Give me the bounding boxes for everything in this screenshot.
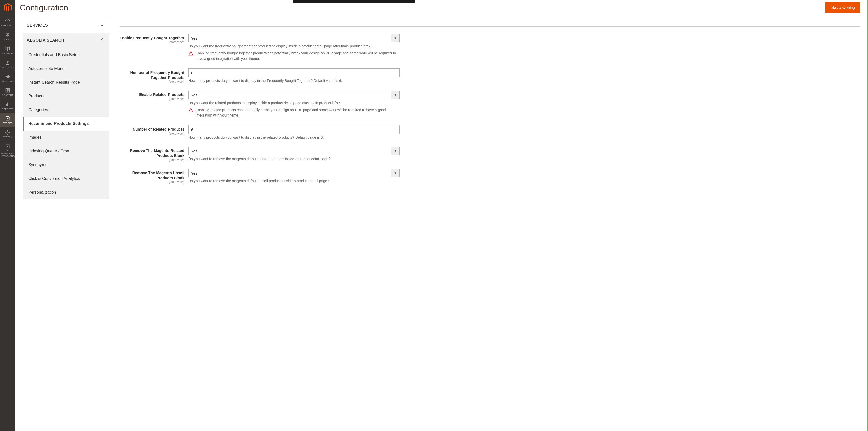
reports-icon bbox=[5, 101, 10, 107]
magento-logo[interactable] bbox=[0, 0, 15, 15]
help-enable-related: Do you want the related products to disp… bbox=[188, 101, 400, 105]
warning-triangle-icon bbox=[188, 108, 193, 113]
select-arrow-icon: ▼ bbox=[391, 146, 400, 155]
nav-sales[interactable]: $SALES bbox=[0, 29, 15, 43]
help-num-related: How many products do you want to display… bbox=[188, 135, 400, 139]
nav-stores[interactable]: STORES bbox=[0, 113, 15, 127]
sidebar-item-products[interactable]: Products bbox=[23, 89, 109, 103]
stores-icon bbox=[5, 115, 10, 121]
page-header: Configuration Save Config bbox=[15, 0, 868, 18]
nav-customers[interactable]: USTOMERS bbox=[0, 57, 15, 71]
chevron-down-icon bbox=[100, 23, 104, 28]
help-num-fbt: How many products do you want to display… bbox=[188, 78, 400, 83]
nav-catalog[interactable]: CATALOG bbox=[0, 43, 15, 57]
select-remove-related[interactable]: Yes bbox=[188, 146, 391, 155]
select-enable-fbt[interactable]: Yes bbox=[188, 34, 391, 42]
svg-point-1 bbox=[7, 61, 8, 62]
scope-enable-fbt: [store view] bbox=[120, 40, 184, 44]
section-services-label: SERVICES bbox=[27, 23, 48, 28]
sidebar-item-personalization[interactable]: Personalization bbox=[23, 186, 109, 199]
select-remove-upsell[interactable]: Yes bbox=[188, 169, 391, 177]
partners-icon bbox=[5, 143, 10, 149]
nav-label: SYSTEM bbox=[3, 136, 13, 139]
scope-enable-related: [store view] bbox=[120, 97, 184, 101]
video-overlay-strip bbox=[293, 0, 415, 3]
nav-reports[interactable]: REPORTS bbox=[0, 99, 15, 113]
catalog-icon bbox=[5, 46, 10, 52]
nav-label: CATALOG bbox=[2, 53, 13, 55]
page-title: Configuration bbox=[20, 3, 68, 12]
select-arrow-icon: ▼ bbox=[391, 91, 400, 99]
warning-enable-fbt: Enabling frequently bought together prod… bbox=[188, 51, 400, 61]
warning-enable-related: Enabling related products can potentiall… bbox=[188, 107, 400, 118]
select-arrow-icon: ▼ bbox=[391, 169, 400, 177]
nav-label: USTOMERS bbox=[1, 66, 14, 69]
marketing-icon bbox=[5, 74, 10, 79]
section-services[interactable]: SERVICES bbox=[23, 18, 110, 33]
sidebar-item-indexing-queue-cron[interactable]: Indexing Queue / Cron bbox=[23, 144, 109, 158]
help-enable-fbt: Do you want the frequently bought togeth… bbox=[188, 44, 400, 48]
svg-text:$: $ bbox=[6, 32, 9, 37]
label-remove-upsell: Remove The Magento Upsell Products Block bbox=[120, 170, 184, 180]
svg-point-3 bbox=[7, 132, 8, 133]
nav-marketing[interactable]: ARKETING bbox=[0, 71, 15, 85]
svg-rect-5 bbox=[7, 145, 8, 147]
label-num-fbt: Number of Frequently Bought Together Pro… bbox=[120, 70, 184, 80]
nav-partners[interactable]: D PARTNERS XTENSIONS bbox=[0, 141, 15, 160]
select-enable-related[interactable]: Yes bbox=[188, 91, 391, 99]
nav-content[interactable]: CONTENT bbox=[0, 85, 15, 99]
sidebar-item-click-conversion-analytics[interactable]: Click & Conversion Analytics bbox=[23, 172, 109, 186]
sidebar-item-credentials-and-basic-setup[interactable]: Credentials and Basic Setup bbox=[23, 48, 109, 62]
help-remove-upsell: Do you want to remove the magento defaul… bbox=[188, 179, 400, 183]
sidebar-item-synonyms[interactable]: Synonyms bbox=[23, 158, 109, 172]
nav-label: D PARTNERS XTENSIONS bbox=[0, 150, 15, 158]
scope-remove-related: [store view] bbox=[120, 158, 184, 162]
section-algolia-body: Credentials and Basic SetupAutocomplete … bbox=[23, 48, 110, 199]
nav-label: ARKETING bbox=[2, 80, 14, 83]
sidebar-item-images[interactable]: Images bbox=[23, 131, 109, 144]
section-algolia[interactable]: ALGOLIA SEARCH bbox=[23, 33, 110, 48]
input-num-related[interactable] bbox=[188, 125, 400, 134]
nav-label: REPORTS bbox=[2, 108, 13, 111]
label-remove-related: Remove The Magento Related Products Bloc… bbox=[120, 148, 184, 158]
save-config-button[interactable]: Save Config bbox=[826, 2, 860, 13]
sales-icon: $ bbox=[5, 32, 10, 37]
nav-label: STORES bbox=[3, 122, 13, 125]
config-sidebar: SERVICES ALGOLIA SEARCH Credentials and … bbox=[15, 18, 110, 431]
form-area: Enable Frequently Bought Together [store… bbox=[110, 18, 868, 431]
scope-num-related: [store view] bbox=[120, 132, 184, 135]
warning-text: Enabling frequently bought together prod… bbox=[195, 51, 400, 61]
label-enable-related: Enable Related Products bbox=[120, 92, 184, 97]
dashboard-icon bbox=[5, 18, 10, 24]
window-edge bbox=[867, 0, 868, 431]
sidebar-item-instant-search-results-page[interactable]: Instant Search Results Page bbox=[23, 75, 109, 89]
section-algolia-label: ALGOLIA SEARCH bbox=[27, 38, 64, 43]
nav-label: SALES bbox=[4, 38, 12, 41]
customers-icon bbox=[5, 60, 10, 65]
admin-left-nav: ASHBOARD$SALESCATALOGUSTOMERSARKETINGCON… bbox=[0, 0, 15, 431]
warning-text: Enabling related products can potentiall… bbox=[195, 107, 400, 118]
select-arrow-icon: ▼ bbox=[391, 34, 400, 42]
nav-label: ASHBOARD bbox=[1, 25, 14, 27]
nav-dashboard[interactable]: ASHBOARD bbox=[0, 15, 15, 29]
input-num-fbt[interactable] bbox=[188, 68, 400, 77]
scope-num-fbt: [store view] bbox=[120, 80, 184, 84]
sidebar-item-categories[interactable]: Categories bbox=[23, 103, 109, 117]
nav-label: CONTENT bbox=[2, 94, 13, 97]
system-icon bbox=[5, 130, 10, 135]
scope-remove-upsell: [store view] bbox=[120, 180, 184, 184]
nav-system[interactable]: SYSTEM bbox=[0, 127, 15, 141]
help-remove-related: Do you want to remove the magento defaul… bbox=[188, 157, 400, 161]
chevron-up-icon bbox=[100, 38, 104, 43]
label-enable-fbt: Enable Frequently Bought Together bbox=[120, 35, 184, 40]
sidebar-item-autocomplete-menu[interactable]: Autocomplete Menu bbox=[23, 62, 109, 75]
sidebar-item-recommend-products-settings[interactable]: Recommend Products Settings bbox=[23, 117, 109, 131]
label-num-related: Number of Related Products bbox=[120, 127, 184, 132]
content-icon bbox=[5, 88, 10, 93]
warning-triangle-icon bbox=[188, 51, 193, 56]
